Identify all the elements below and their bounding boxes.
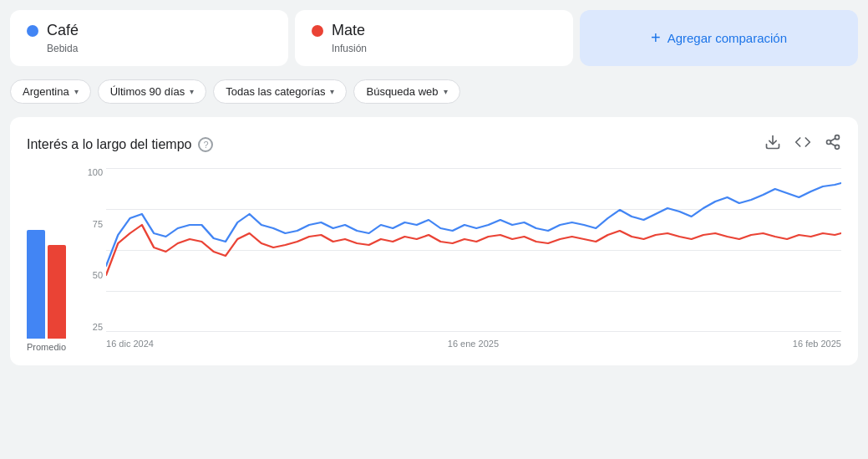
- chart-title-group: Interés a lo largo del tiempo ?: [27, 137, 213, 152]
- chart-section: Interés a lo largo del tiempo ?: [10, 117, 858, 365]
- add-comparison-label: Agregar comparación: [667, 31, 787, 45]
- y-axis: 100 75 50 25: [76, 168, 106, 332]
- term-sub-cafe: Bebida: [47, 43, 272, 54]
- avg-label: Promedio: [27, 342, 66, 352]
- svg-line-4: [830, 143, 835, 145]
- code-icon[interactable]: [794, 134, 811, 155]
- chevron-down-icon: ▾: [74, 87, 79, 96]
- chevron-down-icon-2: ▾: [190, 87, 194, 96]
- term-sub-mate: Infusión: [332, 43, 556, 54]
- chevron-down-icon-3: ▾: [330, 87, 334, 96]
- y-label-50: 50: [93, 271, 103, 280]
- grid-area: [106, 168, 841, 332]
- avg-bar-blue: [27, 230, 45, 339]
- filter-category[interactable]: Todas las categorías ▾: [213, 79, 347, 104]
- x-label-feb: 16 feb 2025: [793, 339, 841, 349]
- plus-icon: +: [651, 28, 661, 48]
- chart-body: Promedio 100 75 50 25: [27, 168, 841, 352]
- x-axis: 16 dic 2024 16 ene 2025 16 feb 2025: [106, 335, 841, 352]
- filter-period-label: Últimos 90 días: [110, 85, 185, 98]
- dot-mate: [312, 25, 323, 37]
- trend-lines-svg: [106, 168, 841, 332]
- filter-search-type[interactable]: Búsqueda web ▾: [353, 79, 459, 104]
- chart-actions: [764, 134, 841, 155]
- term-card-cafe: Café Bebida: [10, 10, 288, 66]
- line-chart: 100 75 50 25: [76, 168, 841, 352]
- filter-category-label: Todas las categorías: [226, 85, 325, 98]
- term-name-cafe: Café: [47, 22, 79, 39]
- download-icon[interactable]: [764, 134, 781, 155]
- x-label-ene: 16 ene 2025: [448, 339, 499, 349]
- avg-bars-inner: [27, 205, 66, 339]
- term-header-cafe: Café: [27, 22, 272, 39]
- filters-bar: Argentina ▾ Últimos 90 días ▾ Todas las …: [0, 73, 868, 110]
- svg-line-5: [830, 138, 835, 140]
- x-label-dic: 16 dic 2024: [106, 339, 154, 349]
- chart-header: Interés a lo largo del tiempo ?: [27, 134, 841, 155]
- dot-cafe: [27, 25, 38, 37]
- help-icon[interactable]: ?: [198, 137, 213, 152]
- chevron-down-icon-4: ▾: [444, 87, 448, 96]
- add-comparison-card[interactable]: + Agregar comparación: [580, 10, 858, 66]
- filter-period[interactable]: Últimos 90 días ▾: [98, 79, 207, 104]
- chart-title: Interés a lo largo del tiempo: [27, 137, 191, 152]
- y-label-25: 25: [93, 323, 103, 332]
- filter-country[interactable]: Argentina ▾: [10, 79, 91, 104]
- y-label-75: 75: [93, 220, 103, 229]
- share-icon[interactable]: [825, 134, 841, 155]
- avg-bars: Promedio: [27, 205, 66, 352]
- filter-country-label: Argentina: [23, 85, 69, 98]
- avg-bar-red: [48, 245, 66, 339]
- term-header-mate: Mate: [312, 22, 556, 39]
- term-card-mate: Mate Infusión: [295, 10, 573, 66]
- y-label-100: 100: [88, 168, 103, 177]
- filter-search-type-label: Búsqueda web: [366, 85, 438, 98]
- top-section: Café Bebida Mate Infusión + Agregar comp…: [0, 0, 868, 73]
- term-name-mate: Mate: [332, 22, 365, 39]
